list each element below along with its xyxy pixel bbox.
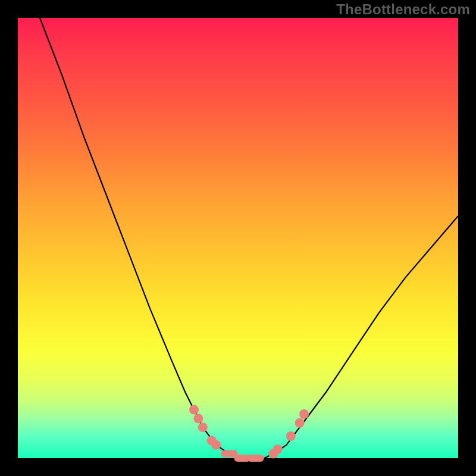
curve-marker <box>211 440 221 450</box>
curve-marker <box>198 422 208 432</box>
curve-marker <box>193 414 203 423</box>
curve-marker <box>295 418 305 428</box>
curve-marker <box>248 455 264 462</box>
curve-marker <box>299 409 309 419</box>
curve-marker <box>189 405 199 415</box>
curve-marker <box>273 444 283 454</box>
curve-marker <box>286 431 296 441</box>
bottleneck-curve <box>40 18 458 458</box>
chart-frame: TheBottleneck.com <box>0 0 476 476</box>
plot-area <box>18 18 458 458</box>
chart-svg <box>18 18 458 458</box>
watermark-text: TheBottleneck.com <box>336 1 470 18</box>
